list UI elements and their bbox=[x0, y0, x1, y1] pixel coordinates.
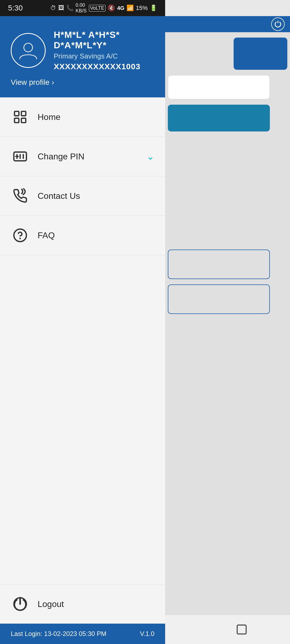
pin-icon bbox=[11, 147, 30, 166]
faq-label: FAQ bbox=[38, 230, 154, 240]
menu-item-change-pin[interactable]: Change PIN ⌄ bbox=[0, 137, 165, 176]
status-time: 5:30 bbox=[8, 4, 23, 12]
logout-power-icon bbox=[11, 595, 30, 613]
svg-rect-3 bbox=[21, 118, 26, 123]
menu-item-faq[interactable]: FAQ bbox=[0, 216, 165, 255]
home-label: Home bbox=[38, 112, 154, 122]
menu-list: Home Change PIN ⌄ bbox=[0, 97, 165, 624]
svg-rect-15 bbox=[237, 625, 246, 634]
drawer-header: H*M*L* A*H*S* D*A*M*L*Y* Primary Savings… bbox=[0, 16, 165, 97]
home-icon bbox=[11, 108, 30, 126]
menu-item-home[interactable]: Home bbox=[0, 97, 165, 137]
profile-row: H*M*L* A*H*S* D*A*M*L*Y* Primary Savings… bbox=[11, 30, 154, 71]
battery-percent: 15% bbox=[136, 5, 148, 12]
network-4g-icon: 4G bbox=[117, 5, 124, 11]
view-profile-link[interactable]: View profile › bbox=[11, 78, 154, 87]
status-icons-group: ⏱ 🖼 📞 0.00KB/S VoLTE 🔇 4G 📶 15% 🔋 bbox=[50, 2, 157, 14]
bg-spacer bbox=[168, 137, 287, 244]
bg-right-panel bbox=[165, 16, 290, 614]
data-speed: 0.00KB/S bbox=[76, 2, 87, 14]
account-type: Primary Savings A/C bbox=[54, 52, 154, 60]
side-drawer: 5:30 ⏱ 🖼 📞 0.00KB/S VoLTE 🔇 4G 📶 15% 🔋 H… bbox=[0, 0, 165, 644]
account-number: XXXXXXXXXXXX1003 bbox=[54, 62, 154, 71]
battery-icon: 🔋 bbox=[150, 5, 157, 12]
version-text: V.1.0 bbox=[140, 630, 154, 638]
drawer-footer: Last Login: 13-02-2023 05:30 PM V.1.0 bbox=[0, 624, 165, 644]
faq-icon bbox=[11, 226, 30, 245]
mute-icon: 🔇 bbox=[108, 5, 115, 12]
bg-card-1 bbox=[234, 38, 287, 70]
view-profile-chevron-icon: › bbox=[52, 78, 54, 87]
svg-rect-1 bbox=[15, 111, 19, 116]
contact-us-label: Contact Us bbox=[38, 191, 154, 201]
avatar bbox=[11, 33, 46, 68]
bg-card-3 bbox=[168, 105, 270, 131]
logout-label: Logout bbox=[38, 599, 64, 609]
contact-phone-icon bbox=[11, 186, 30, 205]
bg-card-4 bbox=[168, 250, 270, 279]
volte-icon: VoLTE bbox=[89, 5, 106, 12]
svg-point-0 bbox=[24, 43, 32, 52]
bg-cards-area bbox=[165, 32, 290, 319]
change-pin-label: Change PIN bbox=[38, 152, 146, 162]
view-profile-label: View profile bbox=[11, 78, 49, 87]
menu-item-contact-us[interactable]: Contact Us bbox=[0, 176, 165, 216]
svg-rect-4 bbox=[15, 118, 19, 123]
signal-icon: 📶 bbox=[126, 5, 134, 12]
status-bar: 5:30 ⏱ 🖼 📞 0.00KB/S VoLTE 🔇 4G 📶 15% 🔋 bbox=[0, 0, 165, 16]
svg-rect-2 bbox=[21, 111, 26, 116]
bg-power-icon bbox=[271, 17, 285, 31]
phone-status-icon: 📞 bbox=[66, 5, 74, 12]
menu-spacer bbox=[0, 255, 165, 584]
change-pin-chevron-icon: ⌄ bbox=[146, 151, 154, 162]
last-login-text: Last Login: 13-02-2023 05:30 PM bbox=[11, 630, 106, 638]
timer-icon: ⏱ bbox=[50, 5, 56, 12]
bg-header bbox=[165, 16, 290, 32]
profile-name: H*M*L* A*H*S* D*A*M*L*Y* bbox=[54, 30, 154, 50]
nav-recent-button[interactable] bbox=[228, 619, 255, 640]
gallery-icon: 🖼 bbox=[58, 5, 64, 12]
bg-card-5 bbox=[168, 284, 270, 314]
menu-item-logout[interactable]: Logout bbox=[0, 584, 165, 624]
profile-info: H*M*L* A*H*S* D*A*M*L*Y* Primary Savings… bbox=[54, 30, 154, 71]
bg-card-2 bbox=[168, 75, 270, 99]
